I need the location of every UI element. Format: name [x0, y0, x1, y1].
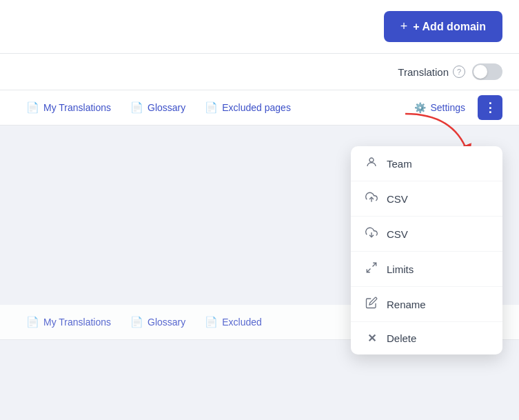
csv-download-label: CSV	[387, 228, 408, 240]
svg-line-4	[373, 263, 376, 266]
tab-glossary-label: Glossary	[147, 102, 185, 113]
pencil-icon	[365, 297, 378, 312]
add-domain-button[interactable]: + + Add domain	[384, 11, 502, 42]
tab2-my-translations-icon: 📄	[26, 316, 39, 328]
limits-label: Limits	[387, 263, 414, 275]
tab-settings[interactable]: ⚙️ Settings	[405, 91, 475, 124]
dropdown-item-team[interactable]: Team	[351, 146, 502, 181]
svg-point-1	[369, 158, 374, 162]
settings-gear-icon: ⚙️	[414, 102, 426, 113]
add-domain-label: + Add domain	[413, 21, 486, 33]
help-icon[interactable]: ?	[453, 66, 465, 78]
tabs-row: 📄 My Translations 📄 Glossary 📄 Excluded …	[0, 90, 519, 126]
dropdown-item-delete[interactable]: ✕ Delete	[351, 322, 502, 354]
more-options-button[interactable]: ⋮	[478, 95, 502, 120]
tab-my-translations-label: My Translations	[43, 102, 111, 113]
tab2-excluded[interactable]: 📄 Excluded	[195, 305, 272, 339]
tab-excluded-pages[interactable]: 📄 Excluded pages	[195, 90, 301, 125]
dropdown-item-csv-upload[interactable]: CSV	[351, 181, 502, 217]
delete-x-icon: ✕	[365, 332, 378, 345]
translation-text: Translation	[398, 66, 449, 78]
glossary-icon: 📄	[130, 101, 143, 114]
tab2-excluded-label: Excluded	[222, 317, 262, 328]
tab2-excluded-icon: 📄	[205, 316, 218, 328]
tab2-glossary[interactable]: 📄 Glossary	[121, 305, 195, 339]
tab-my-translations[interactable]: 📄 My Translations	[17, 90, 121, 125]
csv-upload-label: CSV	[387, 193, 408, 205]
tab2-glossary-icon: 📄	[130, 316, 143, 328]
plus-icon: +	[400, 19, 408, 34]
rename-label: Rename	[387, 299, 426, 310]
upload-icon	[365, 191, 378, 206]
dropdown-item-rename[interactable]: Rename	[351, 287, 502, 322]
excluded-pages-icon: 📄	[205, 101, 218, 114]
translation-label: Translation ?	[398, 66, 465, 78]
translation-toggle-row: Translation ?	[0, 54, 519, 90]
delete-label: Delete	[387, 332, 416, 344]
svg-line-5	[367, 269, 370, 272]
person-icon	[365, 156, 378, 171]
tab2-my-translations-label: My Translations	[43, 317, 111, 328]
tab-settings-label: Settings	[430, 102, 465, 113]
limits-icon	[365, 261, 378, 277]
tab-glossary[interactable]: 📄 Glossary	[121, 90, 195, 125]
team-label: Team	[387, 158, 412, 170]
dropdown-menu: Team CSV CSV Limits	[351, 146, 502, 354]
three-dots-icon: ⋮	[484, 100, 497, 115]
tab2-glossary-label: Glossary	[147, 317, 185, 328]
my-translations-icon: 📄	[26, 101, 39, 114]
dropdown-item-limits[interactable]: Limits	[351, 252, 502, 287]
translation-toggle[interactable]	[472, 63, 502, 80]
top-bar: + + Add domain	[0, 0, 519, 54]
dropdown-item-csv-download[interactable]: CSV	[351, 217, 502, 252]
tab2-my-translations[interactable]: 📄 My Translations	[17, 305, 121, 339]
download-icon	[365, 226, 378, 241]
tab-excluded-pages-label: Excluded pages	[222, 102, 291, 113]
